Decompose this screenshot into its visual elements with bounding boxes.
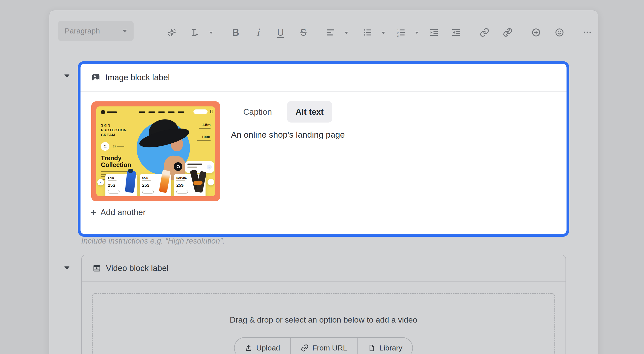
formatting-toolbar: Paragraph B i U [49,10,598,52]
upload-icon [245,344,253,352]
paragraph-style-select[interactable]: Paragraph [58,21,134,41]
shop-stat-followers: 100K [197,135,211,141]
product-image-blue-bottle [125,170,136,193]
shop-headline: SKIN PROTECTION CREAM [101,123,132,137]
underline-button[interactable]: U [273,25,288,40]
more-options-icon[interactable] [580,25,594,40]
chevron-down-icon[interactable] [415,31,419,34]
chevron-down-icon[interactable] [344,31,349,34]
image-block-label: Image block label [105,73,170,82]
from-url-button[interactable]: From URL [290,338,357,354]
video-block: Video block label Drag & drop or select … [81,255,566,354]
ai-text-cursor-icon[interactable] [188,25,202,40]
add-another-button[interactable]: + Add another [91,207,146,217]
shop-promo-card: → [185,161,214,173]
alt-text-value[interactable]: An online shop's landing page [231,130,345,140]
video-block-header: Video block label [82,255,566,282]
video-block-collapse-toggle[interactable] [64,266,69,270]
bold-button[interactable]: B [229,25,243,40]
plus-icon: + [91,207,96,217]
image-thumbnail[interactable]: SKIN PROTECTION CREAM 01 03 Trendy Colle… [91,101,220,201]
link-icon [301,344,309,352]
file-icon [368,344,376,352]
shop-cart-icon [210,110,213,113]
video-block-label: Video block label [106,263,169,273]
dropzone-instruction: Drag & drop or select an option below to… [93,315,554,325]
image-meta-tabs: Caption Alt text [238,101,332,123]
shop-camera-button [174,162,182,171]
insert-plus-icon[interactable] [529,25,543,40]
product-cap [128,169,133,173]
carousel-prev-arrow: ‹ [97,179,104,185]
image-block-header: Image block label [80,64,567,92]
shop-logo [101,110,117,114]
chevron-down-icon [123,30,127,32]
paragraph-style-value: Paragraph [65,27,123,35]
emoji-icon[interactable] [552,25,567,40]
italic-button[interactable]: i [251,25,265,40]
shop-landing-preview: SKIN PROTECTION CREAM 01 03 Trendy Colle… [96,106,215,196]
video-icon [92,264,101,273]
image-block-helper-text: Include instructions e.g. “High resoluti… [81,237,225,246]
shop-stat-subscribers: 1.5m [199,123,211,129]
indent-decrease-icon[interactable] [449,25,463,40]
video-dropzone[interactable]: Drag & drop or select an option below to… [92,293,555,354]
bullet-list-icon[interactable] [360,25,375,40]
unlink-icon[interactable] [501,25,515,40]
product-card: NATURE 25$ [174,174,206,196]
shop-nav [139,111,184,113]
product-card: SKIN 25$ [105,174,137,196]
align-left-icon[interactable] [324,25,338,40]
carousel-next-arrow: › [208,179,214,185]
tab-alt-text[interactable]: Alt text [287,101,332,123]
chevron-down-icon[interactable] [381,31,386,34]
library-button[interactable]: Library [357,338,413,354]
editor-screen: Paragraph B i U [0,0,644,354]
product-card: SKIN 25$ [140,174,171,196]
link-icon[interactable] [477,25,492,40]
image-block-collapse-toggle[interactable] [64,74,69,78]
shop-search-bar [193,109,208,114]
image-block: Image block label SKIN PROTECTION CREAM … [78,61,569,237]
image-icon [91,73,101,82]
upload-button[interactable]: Upload [234,338,290,354]
indent-increase-icon[interactable] [427,25,441,40]
numbered-list-icon[interactable]: 1 2 3 [394,25,408,40]
tab-caption[interactable]: Caption [238,107,277,117]
svg-text:3: 3 [397,34,398,37]
shop-pagination: 01 03 [101,142,124,151]
chevron-down-icon[interactable] [209,31,213,34]
video-source-buttons: Upload From URL Library [234,337,413,354]
shop-collection-title: Trendy Collection [101,155,141,168]
ai-sparkle-icon[interactable] [165,25,179,40]
strikethrough-button[interactable]: S [296,25,310,40]
